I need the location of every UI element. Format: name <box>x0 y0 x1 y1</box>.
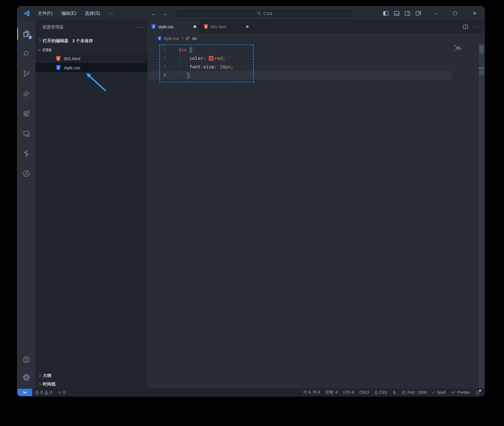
problems-indicator[interactable]: 0 0 <box>32 389 55 396</box>
back-icon[interactable]: ← <box>151 10 157 17</box>
minimize-button[interactable]: ─ <box>430 7 441 20</box>
chevron-right-icon <box>38 39 41 42</box>
breadcrumb-symbol[interactable]: div <box>192 36 197 41</box>
color-swatch[interactable] <box>209 56 213 60</box>
warning-icon <box>44 390 48 395</box>
notification-dot <box>479 390 481 391</box>
breadcrumb-file[interactable]: style.css <box>164 36 179 41</box>
check-icon: ✓ <box>432 390 436 395</box>
indentation[interactable]: 空格: 4 <box>323 389 340 396</box>
explorer-more-actions-icon[interactable]: ··· <box>137 24 143 30</box>
timeline-section[interactable]: 时间线 <box>35 380 147 388</box>
eol-selector[interactable]: CRLF <box>357 389 372 396</box>
double-check-icon: ✓✓ <box>451 390 456 395</box>
tab-style-css[interactable]: 3 style.css <box>147 20 200 33</box>
remote-indicator[interactable]: >< <box>17 389 32 396</box>
search-icon <box>257 11 261 16</box>
scrollbar-thumb[interactable] <box>479 45 484 54</box>
title-bar: 文件(F) 编辑(E) 选择(S) ··· ← → CSS <box>17 7 484 20</box>
css-value: 16px <box>220 64 231 70</box>
folder-section-css[interactable]: CSS <box>35 45 147 54</box>
open-editors-section[interactable]: 打开的编辑器 2 个未保存 <box>35 36 147 45</box>
file-item-style-css[interactable]: 3 style.css <box>35 63 147 72</box>
maximize-button[interactable] <box>449 7 461 20</box>
remote-explorer-icon <box>23 130 30 137</box>
explorer-badge: 2 <box>28 35 33 40</box>
activity-run-debug[interactable] <box>17 84 35 104</box>
css-file-icon: 3 <box>151 24 156 29</box>
vscode-window: 文件(F) 编辑(E) 选择(S) ··· ← → CSS <box>17 6 485 396</box>
error-icon <box>35 390 39 395</box>
overview-cursor-mark <box>479 68 484 68</box>
menu-bar: 文件(F) 编辑(E) 选择(S) ··· <box>33 7 117 20</box>
ports-indicator[interactable]: 0 <box>55 389 68 396</box>
menu-edit[interactable]: 编辑(E) <box>57 7 80 20</box>
gear-icon <box>23 374 30 381</box>
spell-checker-status[interactable]: ✓ Spell <box>430 389 448 396</box>
toggle-panel-button[interactable] <box>393 7 400 20</box>
run-debug-icon <box>23 90 30 97</box>
css-property: font-size <box>190 64 214 70</box>
breadcrumb: 3 style.css div <box>147 33 484 44</box>
outline-section[interactable]: 大纲 <box>35 371 147 380</box>
explorer-header: 资源管理器 ··· <box>35 20 147 34</box>
activity-git-graph[interactable] <box>17 163 35 183</box>
activity-live-server[interactable] <box>17 143 35 163</box>
more-actions-icon[interactable]: ··· <box>473 24 480 30</box>
live-server-status[interactable] <box>390 389 399 396</box>
activity-remote-explorer[interactable] <box>17 123 35 143</box>
notifications-bell[interactable] <box>473 389 483 396</box>
activity-search[interactable] <box>17 44 35 64</box>
activity-extensions[interactable] <box>17 104 35 123</box>
customize-layout-button[interactable] <box>415 7 422 20</box>
git-graph-circle-icon <box>23 170 30 177</box>
error-count: 0 <box>40 390 43 395</box>
maximize-icon <box>453 12 457 15</box>
activity-bar: 2 <box>17 20 35 388</box>
modified-dot-icon[interactable] <box>194 25 196 28</box>
activity-source-control[interactable] <box>17 64 35 84</box>
tab-label: style.css <box>158 25 174 29</box>
tab-001-html[interactable]: 5 001.html <box>200 20 252 33</box>
status-left: >< 0 0 0 <box>17 389 68 396</box>
language-mode[interactable]: {} CSS <box>372 389 390 396</box>
screen: 文件(F) 编辑(E) 选择(S) ··· ← → CSS <box>0 0 504 426</box>
vscode-logo-icon <box>23 10 30 17</box>
line-number: 4 <box>147 73 170 78</box>
account-button[interactable] <box>17 351 35 368</box>
modified-dot-icon[interactable] <box>246 25 249 28</box>
cursor-position[interactable]: 行 4, 列 4 <box>301 389 323 396</box>
line-number: 3 <box>147 64 170 69</box>
timeline-label: 时间线 <box>43 382 56 387</box>
toggle-secondary-sidebar-button[interactable] <box>404 7 411 20</box>
code-editor[interactable]: 1 div { 2 color: red; 3 font-size: 16px; <box>147 44 484 388</box>
activity-explorer[interactable]: 2 <box>17 24 35 44</box>
code-line-3: 3 font-size: 16px; <box>147 62 484 71</box>
file-item-001-html[interactable]: 5 001.html <box>35 54 147 63</box>
overview-line-mark <box>479 70 484 75</box>
search-icon <box>23 50 30 57</box>
file-name: style.css <box>64 65 80 70</box>
port-status[interactable]: Port : 5500 <box>399 389 430 396</box>
menu-selection[interactable]: 选择(S) <box>81 7 104 20</box>
account-icon <box>23 356 30 364</box>
minimap[interactable] <box>452 45 479 56</box>
broadcast-icon <box>57 390 62 395</box>
line-number: 2 <box>147 56 170 61</box>
chevron-right-icon <box>38 374 41 377</box>
toggle-sidebar-button[interactable] <box>382 7 389 20</box>
menu-more[interactable]: ··· <box>104 7 117 20</box>
workbench-body: 2 <box>17 20 484 388</box>
close-button[interactable]: × <box>469 7 480 20</box>
command-center-search[interactable]: CSS <box>176 9 353 18</box>
indent-guide <box>179 56 180 80</box>
split-editor-icon[interactable] <box>463 25 468 29</box>
forward-icon[interactable]: → <box>162 10 168 17</box>
settings-button[interactable] <box>17 368 35 386</box>
editor-scrollbar[interactable] <box>479 44 484 388</box>
tab-bar: 3 style.css 5 001.html ··· <box>147 20 484 33</box>
menu-file[interactable]: 文件(F) <box>33 7 57 20</box>
prettier-status[interactable]: ✓✓ Prettier <box>448 389 473 396</box>
source-control-icon <box>23 70 30 77</box>
encoding[interactable]: UTF-8 <box>340 389 357 396</box>
